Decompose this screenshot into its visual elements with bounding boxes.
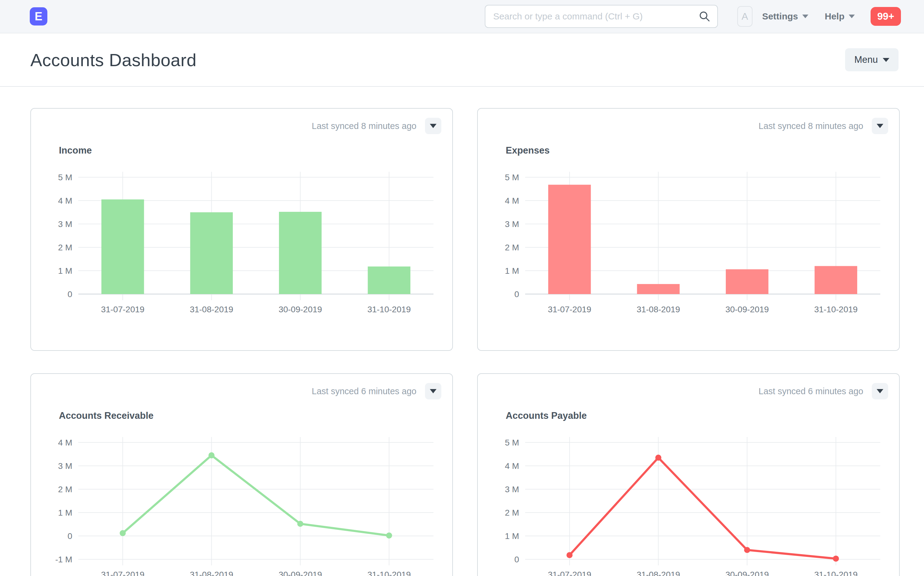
x-axis-label: 31-08-2019 — [637, 305, 680, 314]
y-axis-label: 3 M — [505, 219, 519, 229]
app-logo-letter: E — [35, 10, 42, 23]
line-path — [570, 458, 836, 559]
y-axis-label: 5 M — [58, 173, 72, 182]
chevron-down-icon — [883, 58, 889, 62]
y-axis-label: 1 M — [505, 266, 519, 275]
y-axis-label: 5 M — [505, 173, 519, 182]
x-axis-label: 31-07-2019 — [101, 305, 144, 314]
y-axis-label: 0 — [514, 555, 519, 564]
navbar-right: A Settings Help 99+ — [737, 6, 901, 27]
y-axis-label: 4 M — [58, 438, 72, 447]
page-title: Accounts Dashboard — [30, 50, 196, 70]
chart-title: Income — [59, 145, 441, 157]
page-header: Accounts Dashboard Menu — [0, 34, 924, 87]
x-axis-label: 31-08-2019 — [637, 570, 680, 576]
card-header: Last synced 6 minutes ago — [489, 382, 888, 400]
settings-menu[interactable]: Settings — [762, 11, 808, 22]
y-axis-label: 2 M — [58, 243, 72, 252]
y-axis-label: 2 M — [505, 243, 519, 252]
x-axis-label: 31-08-2019 — [190, 305, 233, 314]
chart-title: Accounts Payable — [506, 410, 888, 422]
x-axis-label: 31-10-2019 — [814, 570, 858, 576]
chevron-down-icon — [430, 124, 437, 128]
global-search — [485, 5, 718, 28]
avatar-letter: A — [741, 11, 748, 22]
income-bar-chart[interactable]: 5 M4 M3 M2 M1 M031-07-201931-08-201930-0… — [42, 162, 443, 323]
x-axis-label: 30-09-2019 — [279, 305, 322, 314]
data-point — [744, 547, 750, 553]
y-axis-label: 0 — [67, 290, 72, 299]
bar — [368, 266, 410, 294]
last-synced-text: Last synced 8 minutes ago — [312, 121, 416, 131]
accounts-receivable-chart-card: Last synced 6 minutes ago Accounts Recei… — [30, 373, 453, 576]
data-point — [386, 532, 392, 538]
chevron-down-icon — [877, 124, 883, 128]
menu-button-label: Menu — [854, 54, 878, 65]
x-axis-label: 30-09-2019 — [279, 570, 322, 576]
bar — [101, 199, 144, 294]
expenses-chart-card: Last synced 8 minutes ago Expenses 5 M4 … — [477, 108, 900, 351]
x-axis-label: 31-10-2019 — [367, 570, 411, 576]
dashboard-main: Last synced 8 minutes ago Income 5 M4 M3… — [0, 87, 924, 576]
settings-label: Settings — [762, 11, 798, 22]
user-avatar[interactable]: A — [737, 6, 753, 27]
navbar: E A Settings Help 99+ — [0, 0, 924, 34]
chevron-down-icon — [802, 14, 808, 18]
accounts-payable-chart-card: Last synced 6 minutes ago Accounts Payab… — [477, 373, 900, 576]
last-synced-text: Last synced 6 minutes ago — [759, 386, 863, 396]
search-input[interactable] — [485, 5, 718, 28]
notifications-badge[interactable]: 99+ — [871, 7, 901, 26]
x-axis-label: 31-07-2019 — [101, 570, 144, 576]
notifications-count: 99+ — [877, 11, 894, 22]
x-axis-label: 31-10-2019 — [367, 305, 411, 314]
y-axis-label: 3 M — [58, 461, 72, 471]
data-point — [567, 552, 572, 558]
dashboard-grid: Last synced 8 minutes ago Income 5 M4 M3… — [30, 108, 900, 576]
data-point — [297, 521, 303, 527]
accounts-receivable-line-chart[interactable]: 4 M3 M2 M1 M0-1 M31-07-201931-08-201930-… — [42, 427, 443, 576]
menu-button[interactable]: Menu — [845, 48, 898, 71]
chevron-down-icon — [430, 389, 437, 393]
y-axis-label: 2 M — [505, 508, 519, 517]
y-axis-label: 1 M — [58, 266, 72, 275]
y-axis-label: 0 — [514, 290, 519, 299]
y-axis-label: 5 M — [505, 438, 519, 447]
help-label: Help — [825, 11, 844, 22]
last-synced-text: Last synced 8 minutes ago — [759, 121, 863, 131]
card-header: Last synced 8 minutes ago — [489, 117, 888, 135]
chart-title: Expenses — [506, 145, 888, 157]
bar — [637, 284, 680, 294]
card-header: Last synced 6 minutes ago — [42, 382, 441, 400]
x-axis-label: 31-08-2019 — [190, 570, 233, 576]
x-axis-label: 30-09-2019 — [725, 570, 769, 576]
y-axis-label: -1 M — [55, 555, 72, 564]
chart-title: Accounts Receivable — [59, 410, 441, 422]
data-point — [833, 556, 839, 562]
accounts-payable-line-chart[interactable]: 5 M4 M3 M2 M1 M031-07-201931-08-201930-0… — [489, 427, 889, 576]
data-point — [120, 530, 126, 536]
bar — [190, 213, 233, 294]
bar — [279, 212, 322, 294]
app-logo[interactable]: E — [30, 7, 47, 26]
help-menu[interactable]: Help — [825, 11, 855, 22]
chevron-down-icon — [877, 389, 883, 393]
card-menu-button[interactable] — [425, 383, 441, 399]
card-header: Last synced 8 minutes ago — [42, 117, 441, 135]
y-axis-label: 3 M — [58, 219, 72, 229]
y-axis-label: 3 M — [505, 485, 519, 494]
last-synced-text: Last synced 6 minutes ago — [312, 386, 416, 396]
card-menu-button[interactable] — [872, 383, 888, 399]
x-axis-label: 31-07-2019 — [548, 570, 591, 576]
y-axis-label: 4 M — [505, 461, 519, 471]
expenses-bar-chart[interactable]: 5 M4 M3 M2 M1 M031-07-201931-08-201930-0… — [489, 162, 889, 323]
chevron-down-icon — [849, 14, 855, 18]
data-point — [655, 454, 661, 461]
y-axis-label: 2 M — [58, 485, 72, 494]
bar — [726, 269, 768, 294]
y-axis-label: 0 — [67, 531, 72, 541]
card-menu-button[interactable] — [872, 118, 888, 134]
bar — [815, 266, 857, 294]
search-icon[interactable] — [698, 10, 711, 22]
card-menu-button[interactable] — [425, 118, 441, 134]
line-path — [123, 455, 389, 535]
